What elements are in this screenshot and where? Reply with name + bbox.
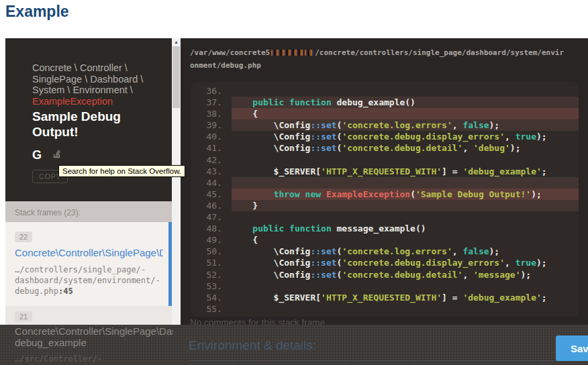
frame-path-line: dashboard/system/environment/- xyxy=(15,275,163,286)
code-line: 47. xyxy=(191,211,579,223)
code-line: 51. \Config::set('concrete.debug.display… xyxy=(191,257,579,268)
frame-path-line: …/controllers/single_page/- xyxy=(15,264,163,275)
code-line: 55. xyxy=(191,303,579,315)
exception-class-line: System \ Environment \ xyxy=(32,85,164,96)
exception-class-line: Concrete \ Controller \ xyxy=(32,62,164,74)
code-line: 43. $_SERVER['HTTP_X_REQUESTED_WITH'] = … xyxy=(191,166,579,177)
code-line: 54. $_SERVER['HTTP_X_REQUESTED_WITH'] = … xyxy=(191,292,579,303)
file-path-part2: /concrete/controllers/single_page/dashbo… xyxy=(315,48,564,57)
code-line: 44. xyxy=(191,177,579,189)
exception-message: Sample Debug Output! xyxy=(32,109,133,140)
google-search-icon[interactable]: G xyxy=(32,149,42,161)
code-line: 40. \Config::set('concrete.debug.display… xyxy=(191,131,579,142)
frame-21-path: …/src/Controller/- xyxy=(15,354,102,364)
redacted-path-segment xyxy=(305,50,313,56)
stack-overflow-tooltip: Search for help on Stack Overflow. xyxy=(58,165,185,177)
example-debug-page: Example Concrete \ Controller \ SinglePa… xyxy=(0,0,588,365)
code-line: 50. \Config::set('concrete.log.errors', … xyxy=(191,246,579,257)
whoops-sidebar: Concrete \ Controller \ SinglePage \ Das… xyxy=(5,38,172,325)
code-line: 36. xyxy=(191,85,579,97)
code-line: 52. \Config::set('concrete.debug.detail'… xyxy=(191,269,579,280)
code-line: 38. { xyxy=(191,108,579,119)
code-line: 46. } xyxy=(191,200,579,211)
environment-heading: Environment & details: xyxy=(189,338,316,352)
frame-21-title[interactable]: Concrete\Controller\SinglePage\Dash debu… xyxy=(15,325,173,348)
exception-class-line: SinglePage \ Dashboard \ xyxy=(32,74,164,85)
dashboard-footer-band: Concrete\Controller\SinglePage\Dash debu… xyxy=(0,325,588,365)
code-line: 39. \Config::set('concrete.log.errors', … xyxy=(191,119,579,131)
stack-overflow-icon[interactable] xyxy=(52,148,62,161)
code-line: 41. \Config::set('concrete.debug.detail'… xyxy=(191,142,579,154)
code-line: 37. public function debug_example() xyxy=(191,97,579,108)
help-icons-row: G xyxy=(32,148,164,161)
redacted-path-segment xyxy=(271,50,303,56)
sidebar-scrollbar[interactable]: ▲ xyxy=(172,38,181,325)
frame-index-badge: 22 xyxy=(15,231,32,242)
frame-index-badge: 21 xyxy=(15,311,32,322)
code-line: 48. public function message_example() xyxy=(191,223,579,234)
code-panel: /var/www/concrete5/concrete/controllers/… xyxy=(181,38,588,325)
file-path-part1: /var/www/concrete5 xyxy=(190,48,270,57)
frame-line-number: :45 xyxy=(58,286,73,296)
page-title: Example xyxy=(5,3,69,21)
exception-name: ExampleException xyxy=(32,96,164,107)
code-line: 53. xyxy=(191,280,579,292)
exception-class: Concrete \ Controller \ SinglePage \ Das… xyxy=(32,62,164,107)
environment-section: Environment & details: xyxy=(189,338,581,361)
code-line: 42. xyxy=(191,154,579,166)
frame-title-line: Concrete\Controller\SinglePage\Dash xyxy=(15,325,173,337)
file-path-line2: onment/debug.php xyxy=(190,61,261,70)
frame-file: debug.php xyxy=(15,286,58,296)
stack-frame-22[interactable]: 22 Concrete\Controller\SinglePage\Das …/… xyxy=(5,222,172,306)
code-line: 45. throw new ExampleException('Sample D… xyxy=(191,189,579,200)
stack-frames-header: Stack frames (23): xyxy=(5,201,172,222)
code-lines: 36.37. public function debug_example()38… xyxy=(191,82,579,317)
code-line: 49. { xyxy=(191,234,579,246)
stack-frame-21[interactable]: 21 xyxy=(5,306,172,325)
save-button[interactable]: Save xyxy=(556,335,588,361)
frame-title-line: debug_example xyxy=(15,337,173,348)
frame-path: …/controllers/single_page/- dashboard/sy… xyxy=(15,264,163,297)
frame-path-line: debug.php:45 xyxy=(15,286,163,297)
scrollbar-up-arrow-icon[interactable]: ▲ xyxy=(172,38,181,46)
scrollbar-thumb[interactable] xyxy=(173,46,180,108)
file-path-header: /var/www/concrete5/concrete/controllers/… xyxy=(181,38,588,72)
frame-title[interactable]: Concrete\Controller\SinglePage\Das xyxy=(15,247,163,258)
